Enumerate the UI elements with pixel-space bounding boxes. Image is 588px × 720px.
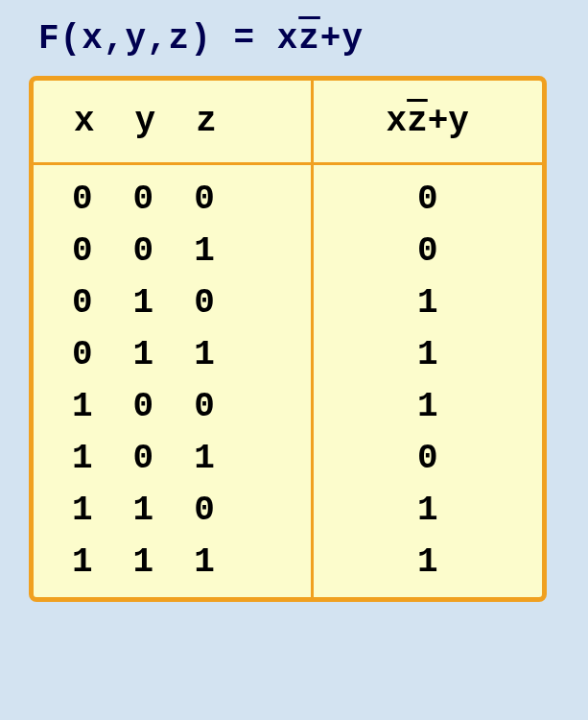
cell-value: 1 — [417, 493, 438, 528]
header-inputs: x y z — [34, 81, 314, 162]
formula-suffix: +y — [320, 19, 364, 59]
header-result-overline: z — [407, 102, 428, 141]
cell-value: 0 — [72, 234, 93, 269]
cell-value: 0 — [133, 442, 154, 476]
column-result: 0 0 1 1 1 0 1 1 — [314, 182, 543, 580]
truth-table: x y z xz+y 0 0 0 0 1 1 1 1 0 0 1 1 — [29, 76, 547, 602]
cell-value: 1 — [133, 493, 154, 528]
cell-value: 0 — [417, 182, 438, 217]
cell-value: 0 — [417, 234, 438, 269]
result-column: 0 0 1 1 1 0 1 1 — [314, 165, 543, 597]
header-y: y — [135, 102, 156, 141]
header-result-prefix: x — [387, 102, 408, 141]
input-columns: 0 0 0 0 1 1 1 1 0 0 1 1 0 0 1 1 0 1 — [34, 165, 314, 597]
cell-value: 1 — [133, 545, 154, 580]
cell-value: 1 — [194, 442, 215, 476]
column-z: 0 1 0 1 0 1 0 1 — [194, 182, 215, 580]
cell-value: 1 — [72, 493, 93, 528]
cell-value: 1 — [194, 545, 215, 580]
cell-value: 0 — [72, 286, 93, 321]
cell-value: 1 — [133, 338, 154, 372]
cell-value: 1 — [417, 286, 438, 321]
cell-value: 1 — [72, 390, 93, 424]
table-header-row: x y z xz+y — [34, 81, 542, 165]
header-x: x — [74, 102, 95, 141]
formula-prefix: F(x,y,z) = x — [38, 19, 298, 59]
cell-value: 1 — [194, 234, 215, 269]
cell-value: 0 — [72, 338, 93, 372]
cell-value: 0 — [133, 390, 154, 424]
cell-value: 0 — [72, 182, 93, 217]
formula-overline-z: z — [298, 19, 320, 59]
formula-title: F(x,y,z) = xz+y — [29, 19, 559, 59]
cell-value: 0 — [417, 442, 438, 476]
cell-value: 0 — [194, 182, 215, 217]
cell-value: 0 — [194, 390, 215, 424]
header-z: z — [196, 102, 217, 141]
header-result-suffix: +y — [428, 102, 469, 141]
cell-value: 1 — [72, 442, 93, 476]
cell-value: 1 — [133, 286, 154, 321]
cell-value: 1 — [417, 338, 438, 372]
column-y: 0 0 1 1 0 0 1 1 — [133, 182, 154, 580]
cell-value: 0 — [133, 182, 154, 217]
cell-value: 1 — [417, 545, 438, 580]
cell-value: 0 — [194, 286, 215, 321]
header-result: xz+y — [314, 81, 543, 162]
column-x: 0 0 0 0 1 1 1 1 — [72, 182, 93, 580]
cell-value: 1 — [417, 390, 438, 424]
cell-value: 1 — [72, 545, 93, 580]
cell-value: 1 — [194, 338, 215, 372]
cell-value: 0 — [133, 234, 154, 269]
cell-value: 0 — [194, 493, 215, 528]
table-body: 0 0 0 0 1 1 1 1 0 0 1 1 0 0 1 1 0 1 — [34, 165, 542, 597]
